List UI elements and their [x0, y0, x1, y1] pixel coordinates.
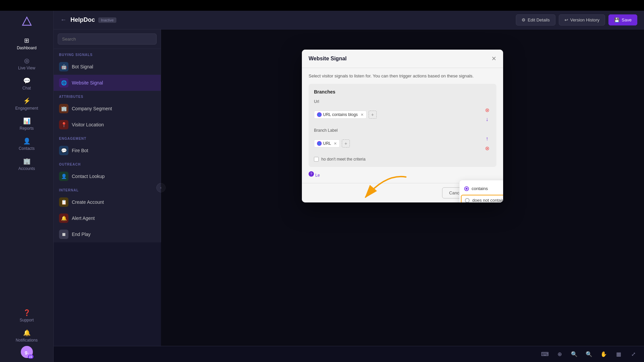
- history-icon: ↩: [565, 17, 568, 22]
- sidebar-label-chat: Chat: [22, 86, 31, 90]
- panel-item-fire-bot[interactable]: 💬 Fire Bot: [54, 142, 161, 159]
- sidebar-item-reports[interactable]: 📊 Reports: [0, 114, 53, 134]
- sidebar-label-notifications: Notifications: [16, 338, 38, 343]
- back-button[interactable]: ←: [60, 16, 66, 23]
- sidebar-item-support[interactable]: ❓ Support: [0, 306, 53, 326]
- dropdown-item-contains[interactable]: contains: [460, 183, 503, 194]
- modal-title: Website Signal: [309, 56, 347, 62]
- status-badge: Inactive: [98, 17, 116, 23]
- panel-item-company-segment[interactable]: 🏢 Company Segment: [54, 101, 161, 117]
- url-tag-close[interactable]: ✕: [361, 113, 364, 117]
- engagement-icon: ⚡: [23, 97, 31, 105]
- tag-globe-icon: 🌐: [317, 112, 322, 117]
- panel-item-bot-signal[interactable]: 🤖 Bot Signal: [54, 59, 161, 75]
- section-internal: Internal: [54, 184, 161, 194]
- notification-badge: 22: [28, 355, 33, 359]
- url-tag-row: 🌐 URL contains blogs ✕ +: [314, 111, 377, 119]
- radio-does-not-contain: [465, 198, 470, 203]
- header-actions: ⚙ Edit Details ↩ Version History 💾 Save: [516, 14, 637, 25]
- dropdown-popup: contains does not contain exact match: [460, 180, 503, 202]
- remove-branch-button-1[interactable]: ⊗: [483, 106, 491, 114]
- svg-marker-0: [22, 17, 31, 25]
- section-engagement: Engagement: [54, 133, 161, 142]
- modal-overlay: Website Signal ✕ Select visitor signals …: [161, 29, 644, 346]
- move-up-button[interactable]: ↑: [483, 135, 491, 143]
- hand-icon[interactable]: ✋: [598, 349, 609, 360]
- section-buying-signals: Buying Signals: [54, 49, 161, 59]
- branch-label-tag-row: 🌐 URL ✕ +: [314, 139, 350, 147]
- radio-contains: [464, 186, 469, 191]
- branch-label-tag-close[interactable]: ✕: [334, 141, 337, 146]
- move-down-button[interactable]: ↓: [483, 115, 491, 123]
- remove-branch-button-2[interactable]: ⊗: [483, 144, 491, 152]
- bottom-toolbar: ⌨ ⊕ 🔍 🔍 ✋ ▦ ⤢: [54, 346, 644, 362]
- exclude-checkbox[interactable]: [314, 157, 319, 162]
- page-title: HelpDoc: [70, 16, 95, 23]
- panel-item-visitor-location[interactable]: 📍 Visitor Location: [54, 117, 161, 133]
- search-input[interactable]: [58, 34, 157, 45]
- crosshair-icon[interactable]: ⊕: [554, 349, 565, 360]
- website-signal-icon: 🌐: [59, 78, 68, 87]
- logo-icon[interactable]: [20, 15, 34, 28]
- edit-details-button[interactable]: ⚙ Edit Details: [516, 14, 555, 25]
- modal-description: Select visitor signals to listen for. Yo…: [309, 73, 496, 78]
- branch-label-tag[interactable]: 🌐 URL ✕: [314, 139, 340, 147]
- save-button[interactable]: 💾 Save: [608, 14, 637, 25]
- visitor-location-icon: 📍: [59, 120, 68, 129]
- url-tag-add[interactable]: +: [369, 111, 377, 119]
- sidebar-item-chat[interactable]: 💬 Chat: [0, 74, 53, 94]
- section-outreach: Outreach: [54, 159, 161, 168]
- sidebar-item-contacts[interactable]: 👤 Contacts: [0, 134, 53, 154]
- top-bar: [0, 0, 644, 11]
- url-tag[interactable]: 🌐 URL contains blogs ✕: [314, 111, 367, 119]
- branch-label-tag-add[interactable]: +: [342, 139, 350, 147]
- sidebar-label-reports: Reports: [19, 126, 34, 131]
- zoom-out-icon[interactable]: 🔍: [584, 349, 594, 360]
- chat-icon: 💬: [23, 77, 31, 84]
- modal-header: Website Signal ✕: [302, 50, 503, 68]
- sidebar-item-live-view[interactable]: ◎ Live View: [0, 54, 53, 74]
- panel-item-website-signal[interactable]: 🌐 Website Signal: [54, 75, 161, 91]
- modal-close-button[interactable]: ✕: [491, 56, 496, 62]
- contact-lookup-icon: 👤: [59, 172, 68, 181]
- grid-icon[interactable]: ▦: [613, 349, 624, 360]
- notifications-icon: 🔔: [23, 329, 31, 337]
- sidebar: ⊞ Dashboard ◎ Live View 💬 Chat ⚡ Engagem…: [0, 11, 54, 362]
- version-history-button[interactable]: ↩ Version History: [559, 14, 605, 25]
- fullscreen-icon[interactable]: ⤢: [628, 349, 639, 360]
- tag-globe-icon-2: 🌐: [317, 141, 322, 146]
- branches-title: Branches: [314, 89, 491, 95]
- sidebar-label-dashboard: Dashboard: [17, 46, 37, 50]
- panel-item-end-play[interactable]: ⏹ End Play: [54, 226, 161, 242]
- search-box: [54, 29, 161, 49]
- alert-agent-icon: 🔔: [59, 214, 68, 223]
- keyboard-icon[interactable]: ⌨: [539, 349, 550, 360]
- contacts-icon: 👤: [23, 137, 31, 145]
- sidebar-label-support: Support: [19, 318, 34, 322]
- sidebar-item-engagement[interactable]: ⚡ Engagement: [0, 94, 53, 114]
- help-text[interactable]: Le: [315, 173, 320, 178]
- bot-signal-icon: 🤖: [59, 62, 68, 71]
- panel-item-create-account[interactable]: 📋 Create Account: [54, 194, 161, 210]
- sidebar-item-accounts[interactable]: 🏢 Accounts: [0, 154, 53, 174]
- live-view-icon: ◎: [24, 57, 30, 64]
- sidebar-label-accounts: Accounts: [18, 166, 35, 171]
- accounts-icon: 🏢: [23, 158, 31, 165]
- avatar[interactable]: g. 22: [21, 346, 33, 358]
- sidebar-label-live-view: Live View: [18, 66, 35, 70]
- dropdown-item-does-not-contain[interactable]: does not contain: [461, 195, 503, 202]
- create-account-icon: 📋: [59, 197, 68, 207]
- left-panel: Buying Signals 🤖 Bot Signal 🌐 Website Si…: [54, 29, 161, 242]
- sidebar-item-dashboard[interactable]: ⊞ Dashboard: [0, 34, 53, 54]
- branch-row-label: Branch Label 🌐 URL ✕: [314, 128, 491, 152]
- zoom-in-icon[interactable]: 🔍: [569, 349, 580, 360]
- section-attributes: Attributes: [54, 91, 161, 101]
- sidebar-label-engagement: Engagement: [15, 106, 38, 111]
- modal-body: Select visitor signals to listen for. Yo…: [302, 68, 503, 183]
- dashboard-icon: ⊞: [24, 37, 29, 44]
- header: ← HelpDoc Inactive ⚙ Edit Details ↩ Vers…: [54, 11, 644, 29]
- panel-item-contact-lookup[interactable]: 👤 Contact Lookup: [54, 168, 161, 184]
- panel-item-alert-agent[interactable]: 🔔 Alert Agent: [54, 210, 161, 226]
- sidebar-item-notifications[interactable]: 🔔 Notifications: [0, 326, 53, 346]
- help-icon: ?: [309, 171, 314, 177]
